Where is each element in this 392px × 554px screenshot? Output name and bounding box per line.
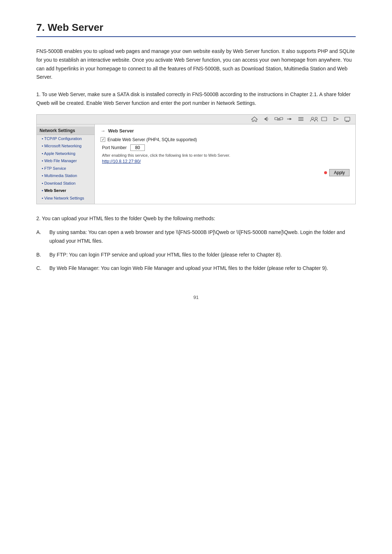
page-number: 91 <box>36 295 356 300</box>
main-panel: → Web Server ✓ Enable Web Server (PHP4, … <box>95 124 355 204</box>
list-icon[interactable] <box>297 116 305 123</box>
sidebar-item-webserver[interactable]: Web Server <box>37 187 94 194</box>
step-letter-b: B. <box>36 251 45 259</box>
home-icon[interactable] <box>251 116 259 123</box>
sidebar-item-tcpip[interactable]: TCP/IP Configuration <box>37 135 94 143</box>
sidebar-item-multimedia[interactable]: Multimedia Station <box>37 172 94 180</box>
step-item-b: B. By FTP: You can login FTP service and… <box>36 251 356 259</box>
step-body-a: By using samba: You can open a web brows… <box>49 228 356 246</box>
page-title: 7. Web Server <box>36 22 356 33</box>
network-icon[interactable] <box>274 116 282 123</box>
sidebar-header: Network Settings <box>37 127 94 135</box>
sidebar-item-webfile[interactable]: Web File Manager <box>37 157 94 165</box>
step-item-a: A. By using samba: You can open a web br… <box>36 228 356 246</box>
play-icon[interactable] <box>332 116 340 123</box>
svg-point-13 <box>315 117 317 119</box>
apply-dot <box>324 171 327 174</box>
steps-section: 2. You can upload your HTML files to the… <box>36 214 356 273</box>
step-body-c: By Web File Manager: You can login Web F… <box>49 264 356 273</box>
sidebar-item-viewnetwork[interactable]: View Network Settings <box>37 194 94 202</box>
toolbar-bar <box>37 115 355 124</box>
svg-marker-0 <box>252 117 257 122</box>
section-title: → Web Server <box>101 128 350 134</box>
svg-rect-16 <box>345 117 350 121</box>
signal-icon[interactable] <box>344 116 352 123</box>
enable-webserver-row: ✓ Enable Web Server (PHP4, SQLite suppor… <box>101 137 350 142</box>
sidebar: Network Settings TCP/IP Configuration Mi… <box>37 124 95 204</box>
step-letter-c: C. <box>36 264 45 273</box>
sidebar-item-apple[interactable]: Apple Networking <box>37 150 94 157</box>
users-icon[interactable] <box>309 116 317 123</box>
ui-body: Network Settings TCP/IP Configuration Mi… <box>37 124 355 204</box>
notice-text: After enabling this service, click the f… <box>101 153 350 157</box>
enable-checkbox-label[interactable]: ✓ Enable Web Server (PHP4, SQLite suppor… <box>101 137 197 142</box>
svg-rect-14 <box>322 117 327 121</box>
svg-rect-2 <box>275 118 278 120</box>
step-body-b: By FTP: You can login FTP service and up… <box>49 251 356 259</box>
apply-button[interactable]: Apply <box>329 169 350 176</box>
ui-screenshot: Network Settings TCP/IP Configuration Mi… <box>36 114 356 205</box>
step-letter-a: A. <box>36 228 45 246</box>
enable-checkbox[interactable]: ✓ <box>101 137 105 142</box>
svg-point-12 <box>311 117 314 119</box>
arrow-right-icon[interactable] <box>286 116 294 123</box>
server-link[interactable]: http://10.8.12.27:80/ <box>101 159 350 164</box>
box-icon[interactable] <box>320 116 328 123</box>
sidebar-item-download[interactable]: Download Station <box>37 180 94 187</box>
checkbox-text: Enable Web Server (PHP4, SQLite supporte… <box>107 137 197 142</box>
intro-paragraph1: FNS-5000B enables you to upload web page… <box>36 47 356 82</box>
port-number-row: Port Number <box>101 144 350 151</box>
title-divider <box>36 36 356 37</box>
step-item-c: C. By Web File Manager: You can login We… <box>36 264 356 273</box>
port-label: Port Number <box>102 145 127 150</box>
sidebar-item-ftp[interactable]: FTP Service <box>37 165 94 172</box>
step1-text: 1. To use Web Server, make sure a SATA d… <box>36 90 356 108</box>
apply-row: Apply <box>101 168 350 176</box>
step2-intro: 2. You can upload your HTML files to the… <box>36 214 356 223</box>
svg-marker-8 <box>290 118 292 120</box>
sidebar-item-microsoft[interactable]: Microsoft Networking <box>37 142 94 150</box>
svg-marker-15 <box>334 117 338 121</box>
port-input[interactable] <box>130 144 145 151</box>
arrow-left-icon[interactable] <box>262 116 270 123</box>
svg-rect-3 <box>280 118 283 120</box>
